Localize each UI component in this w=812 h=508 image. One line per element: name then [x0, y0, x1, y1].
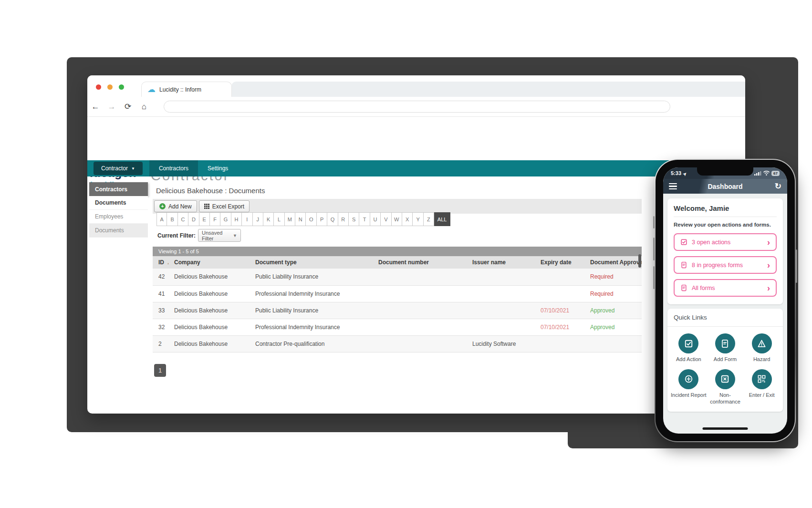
sidebar-item-contractors[interactable]: Contractors — [89, 182, 148, 196]
alpha-filter-b[interactable]: B — [167, 212, 177, 226]
table-cell — [535, 335, 584, 352]
column-header-document-type[interactable]: Document type — [250, 256, 373, 269]
alpha-filter-c[interactable]: C — [178, 212, 188, 226]
hamburger-menu-icon[interactable] — [669, 183, 677, 190]
alpha-filter-j[interactable]: J — [253, 212, 263, 226]
quick-link-add-form[interactable]: Add Form — [707, 333, 744, 363]
column-header-id[interactable]: ID▲ — [153, 256, 168, 269]
excel-export-button[interactable]: Excel Export — [199, 200, 250, 212]
sidebar-item-documents[interactable]: Documents — [89, 224, 148, 238]
window-minimize-button[interactable] — [107, 84, 113, 90]
alpha-filter-p[interactable]: P — [317, 212, 327, 226]
table-row[interactable]: 42Delicious BakehousePublic Liability In… — [153, 269, 642, 285]
alpha-filter-o[interactable]: O — [306, 212, 316, 226]
sidebar-item-employees[interactable]: Employees — [89, 210, 148, 224]
alpha-filter-g[interactable]: G — [220, 212, 231, 226]
sidebar: ContractorsDocumentsEmployeesDocuments — [89, 182, 148, 238]
table-cell: 41 — [153, 285, 168, 302]
home-icon[interactable]: ⌂ — [136, 102, 152, 112]
document-icon — [680, 284, 687, 291]
table-cell: Delicious Bakehouse — [168, 302, 250, 319]
alpha-filter-all[interactable]: ALL — [434, 212, 450, 226]
plus-icon: + — [159, 203, 166, 209]
alpha-filter-y[interactable]: Y — [413, 212, 423, 226]
window-close-button[interactable] — [96, 84, 101, 90]
alpha-filter-w[interactable]: W — [392, 212, 402, 226]
alpha-filter-a[interactable]: A — [156, 212, 167, 226]
table-scrollbar-thumb[interactable] — [638, 254, 641, 268]
contractor-menu-button[interactable]: Contractor ▼ — [94, 162, 143, 175]
column-header-expiry-date[interactable]: Expiry date — [535, 256, 584, 269]
add-new-button[interactable]: + Add New — [154, 200, 197, 212]
nav-item-contractors[interactable]: Contractors — [149, 160, 198, 176]
alpha-filter-r[interactable]: R — [338, 212, 349, 226]
alpha-filter-u[interactable]: U — [370, 212, 381, 226]
quick-link-hazard[interactable]: Hazard — [743, 333, 780, 363]
phone-app-nav: Dashboard ↻ — [663, 179, 787, 194]
app-header: Ideagen Lucidity Contractor (SUPERADMIN)… — [87, 117, 745, 160]
current-filter-label: Current Filter: — [157, 232, 196, 239]
alpha-filter-l[interactable]: L — [274, 212, 284, 226]
window-zoom-button[interactable] — [119, 84, 124, 90]
pagination-page-1[interactable]: 1 — [154, 364, 166, 377]
table-row[interactable]: 41Delicious BakehouseProfessional Indemn… — [153, 285, 642, 302]
action-button-3-open-actions[interactable]: 3 open actions› — [674, 233, 777, 251]
quick-link-non-conformance[interactable]: Non-conformance — [707, 369, 744, 405]
home-indicator[interactable] — [703, 427, 748, 430]
table-cell — [535, 285, 584, 302]
column-header-issuer-name[interactable]: Issuer name — [467, 256, 535, 269]
column-header-company[interactable]: Company — [168, 256, 250, 269]
nav-item-settings[interactable]: Settings — [198, 160, 238, 176]
alpha-filter-n[interactable]: N — [295, 212, 306, 226]
alpha-filter-q[interactable]: Q — [327, 212, 338, 226]
alpha-filter-t[interactable]: T — [359, 212, 370, 226]
alpha-filter-z[interactable]: Z — [424, 212, 434, 226]
document-icon — [715, 333, 735, 353]
quick-link-add-action[interactable]: Add Action — [670, 333, 707, 363]
sort-asc-icon: ▲ — [167, 261, 168, 265]
sidebar-item-documents[interactable]: Documents — [89, 196, 148, 210]
browser-tab-strip: ☁ Lucidity :: Inform — [87, 75, 745, 97]
alpha-filter-i[interactable]: I — [242, 212, 252, 226]
table-cell: Delicious Bakehouse — [168, 285, 250, 302]
column-header-document-approval-s[interactable]: Document Approval S — [584, 256, 642, 269]
refresh-icon[interactable]: ↻ — [775, 181, 781, 191]
alpha-filter-e[interactable]: E — [199, 212, 210, 226]
table-cell: Delicious Bakehouse — [168, 319, 250, 335]
alpha-filter-x[interactable]: X — [402, 212, 413, 226]
address-bar[interactable] — [164, 101, 670, 113]
action-button-all-forms[interactable]: All forms› — [674, 279, 777, 297]
quick-link-enter-exit[interactable]: Enter / Exit — [743, 369, 780, 405]
table-row[interactable]: 33Delicious BakehousePublic Liability In… — [153, 302, 642, 319]
checkbox-icon — [680, 238, 687, 246]
nav-items: ContractorsSettings — [149, 160, 238, 176]
incident-icon — [678, 369, 698, 389]
table-cell: Lucidity Software — [467, 335, 535, 352]
browser-tab[interactable]: ☁ Lucidity :: Inform — [141, 82, 232, 97]
alpha-filter-s[interactable]: S — [349, 212, 359, 226]
filter-dropdown[interactable]: Unsaved Filter ▼ — [198, 229, 241, 242]
quick-link-incident-report[interactable]: Incident Report — [670, 369, 707, 405]
table-cell: Contractor Pre-qualification — [250, 335, 373, 352]
column-header-document-number[interactable]: Document number — [373, 256, 467, 269]
chevron-down-icon: ▼ — [131, 166, 135, 171]
alpha-filter-v[interactable]: V — [381, 212, 391, 226]
reload-icon[interactable]: ⟳ — [120, 102, 136, 112]
viewing-status-bar: Viewing 1 - 5 of 5 — [153, 247, 642, 256]
table-cell: 2 — [153, 335, 168, 352]
alpha-filter-h[interactable]: H — [231, 212, 242, 226]
table-row[interactable]: 2Delicious BakehouseContractor Pre-quali… — [153, 335, 642, 352]
table-row[interactable]: 32Delicious BakehouseProfessional Indemn… — [153, 319, 642, 335]
table-cell — [467, 269, 535, 285]
forward-icon[interactable]: → — [104, 102, 120, 112]
alpha-filter-f[interactable]: F — [210, 212, 220, 226]
back-icon[interactable]: ← — [87, 102, 104, 112]
table-cell — [467, 302, 535, 319]
table-cell: Required — [584, 269, 642, 285]
action-button-8-in-progress-forms[interactable]: 8 in progress forms› — [674, 256, 777, 274]
alpha-filter-m[interactable]: M — [285, 212, 295, 226]
table-cell — [467, 285, 535, 302]
alpha-filter-d[interactable]: D — [188, 212, 199, 226]
table-cell: Public Liability Insurance — [250, 302, 373, 319]
alpha-filter-k[interactable]: K — [263, 212, 274, 226]
